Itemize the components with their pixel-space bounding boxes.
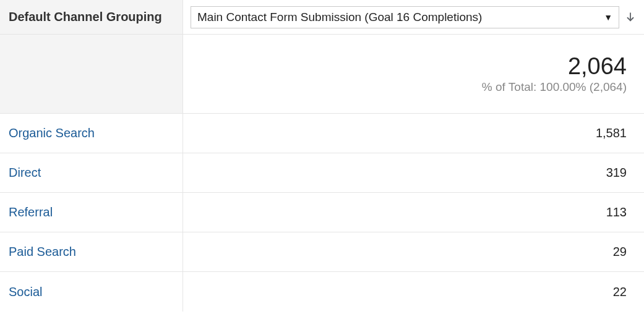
summary-subtext: % of Total: 100.00% (2,064) [482, 80, 627, 94]
table-row: Paid Search29 [0, 232, 644, 272]
row-dimension-cell: Referral [0, 193, 183, 232]
table-header-row: Default Channel Grouping Main Contact Fo… [0, 0, 644, 35]
dimension-label: Default Channel Grouping [9, 10, 162, 24]
channel-link[interactable]: Paid Search [9, 245, 76, 259]
row-metric-cell: 1,581 [183, 114, 644, 153]
metric-header: Main Contact Form Submission (Goal 16 Co… [183, 0, 644, 34]
channel-link[interactable]: Social [9, 285, 42, 299]
table-row: Social22 [0, 272, 644, 312]
row-dimension-cell: Organic Search [0, 114, 183, 153]
summary-row: 2,064 % of Total: 100.00% (2,064) [0, 35, 644, 114]
table-row: Direct319 [0, 153, 644, 193]
row-dimension-cell: Direct [0, 153, 183, 192]
row-metric-cell: 319 [183, 153, 644, 192]
table-row: Referral113 [0, 193, 644, 232]
table-body: Organic Search1,581Direct319Referral113P… [0, 114, 644, 312]
row-metric-cell: 22 [183, 272, 644, 312]
channel-link[interactable]: Direct [9, 166, 41, 180]
sort-descending-icon[interactable] [623, 10, 638, 25]
dimension-header[interactable]: Default Channel Grouping [0, 0, 183, 34]
summary-values: 2,064 % of Total: 100.00% (2,064) [183, 35, 644, 113]
summary-spacer [0, 35, 183, 113]
metric-select[interactable]: Main Contact Form Submission (Goal 16 Co… [191, 6, 619, 28]
row-dimension-cell: Social [0, 272, 183, 312]
summary-total: 2,064 [568, 54, 627, 80]
metric-select-value: Main Contact Form Submission (Goal 16 Co… [197, 11, 482, 24]
row-dimension-cell: Paid Search [0, 232, 183, 271]
chevron-down-icon: ▼ [604, 12, 612, 22]
channel-link[interactable]: Referral [9, 205, 53, 219]
row-metric-cell: 113 [183, 193, 644, 232]
table-row: Organic Search1,581 [0, 114, 644, 153]
channel-link[interactable]: Organic Search [9, 126, 95, 140]
row-metric-cell: 29 [183, 232, 644, 271]
analytics-table: Default Channel Grouping Main Contact Fo… [0, 0, 644, 312]
